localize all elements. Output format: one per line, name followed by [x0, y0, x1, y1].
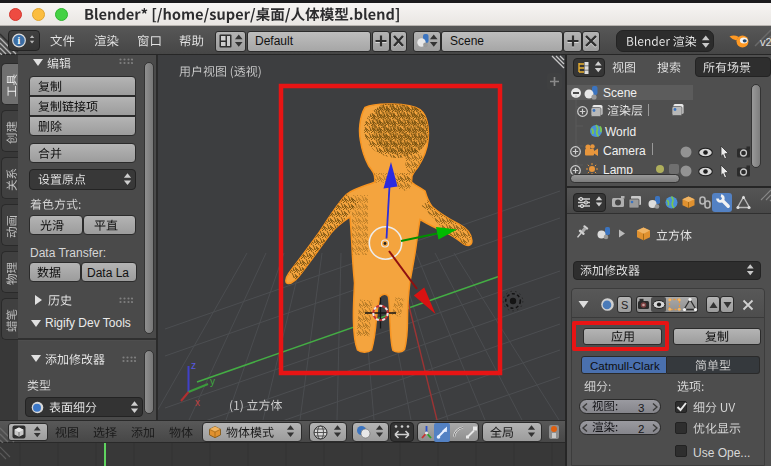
svg-text:z: z	[191, 360, 196, 371]
svg-text:y: y	[210, 376, 215, 387]
svg-text:x: x	[195, 397, 200, 408]
